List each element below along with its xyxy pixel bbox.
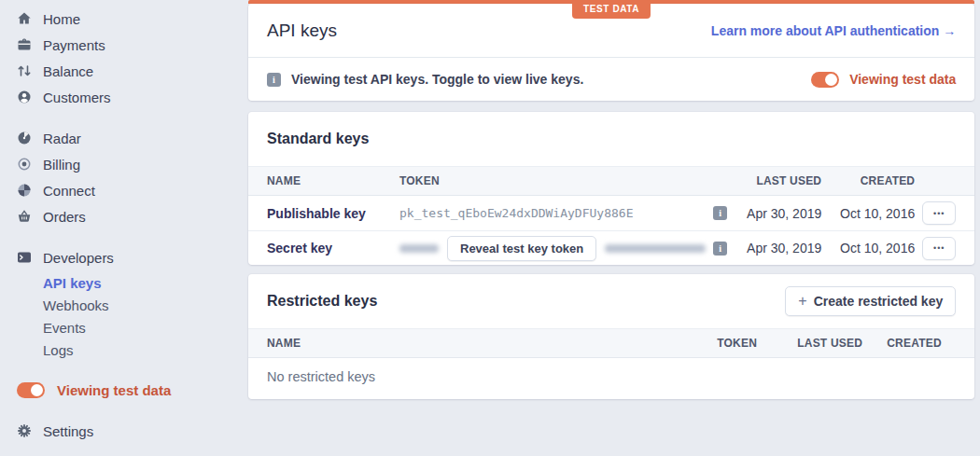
created-date: Oct 10, 2016 [829,206,915,221]
test-data-toggle-label: Viewing test data [57,382,171,398]
column-header-created: CREATED [887,337,956,350]
learn-more-link[interactable]: Learn more about API authentication → [711,23,956,38]
key-name: Secret key [267,241,392,256]
sidebar-item-events[interactable]: Events [43,317,248,339]
sidebar-item-api-keys[interactable]: API keys [43,272,248,295]
sidebar-item-label: Settings [43,423,93,439]
restricted-keys-card: Restricted keys + Create restricted key … [248,274,974,399]
payments-icon [17,37,32,52]
sidebar-item-label: Radar [43,131,81,146]
create-restricted-key-label: Create restricted key [814,294,944,309]
sidebar-item-label: Billing [43,157,80,173]
column-header-last-used: LAST USED [797,337,879,350]
table-row-publishable-key: Publishable key pk_test_qEboEw24dxDDWiAy… [248,196,974,230]
sidebar-group-main: Home Payments Balance Customers [17,6,248,110]
sidebar-item-label: Connect [43,183,95,199]
gear-icon [17,423,32,438]
sidebar-group-products: Radar Billing Connect Orders [17,125,248,229]
table-row-secret-key: Secret key Reveal test key token i Apr 3… [248,230,974,265]
toggle-knob [825,74,837,86]
sidebar-item-home[interactable]: Home [17,6,248,32]
section-title: Standard keys [267,131,369,147]
empty-state-text: No restricted keys [248,358,974,399]
standard-keys-table-header: NAME TOKEN LAST USED CREATED [248,166,974,196]
sidebar-group-settings: Settings [17,418,248,444]
test-keys-banner: i Viewing test API keys. Toggle to view … [248,58,974,101]
last-used-date: Apr 30, 2019 [737,206,821,221]
row-actions-button[interactable]: ••• [922,237,956,260]
sidebar-item-label: Customers [43,90,111,105]
column-header-name: NAME [267,174,392,187]
orders-icon [17,209,32,224]
column-header-token: TOKEN [717,337,790,350]
sidebar-item-label: Orders [43,209,86,225]
sidebar-item-billing[interactable]: Billing [17,151,248,177]
toggle-knob [31,384,43,396]
customers-icon [17,90,32,104]
balance-icon [17,63,32,78]
column-header-name: NAME [267,337,709,350]
created-date: Oct 10, 2016 [829,241,915,256]
sidebar-item-label: Payments [43,37,105,53]
banner-text: Viewing test API keys. Toggle to view li… [291,72,583,87]
column-header-token: TOKEN [399,174,706,187]
sidebar-item-payments[interactable]: Payments [17,32,248,58]
banner-message: i Viewing test API keys. Toggle to view … [267,72,583,87]
sidebar-group-developers: Developers API keys Webhooks Events Logs [17,244,248,362]
row-actions-button[interactable]: ••• [922,201,956,225]
column-header-created: CREATED [829,174,915,187]
key-name: Publishable key [267,206,392,221]
create-restricted-key-button[interactable]: + Create restricted key [785,286,956,316]
reveal-test-key-button[interactable]: Reveal test key token [447,236,596,261]
developers-icon [17,250,32,265]
restricted-keys-header: Restricted keys + Create restricted key [248,274,974,328]
section-title: Restricted keys [267,293,377,310]
restricted-keys-table-header: NAME TOKEN LAST USED CREATED [248,328,974,358]
sidebar-item-logs[interactable]: Logs [43,339,248,362]
sidebar-item-label: Home [43,11,80,27]
sidebar-item-customers[interactable]: Customers [17,84,248,110]
billing-icon [17,157,32,172]
connect-icon [17,183,32,198]
info-icon: i [713,206,727,220]
sidebar-item-radar[interactable]: Radar [17,125,248,151]
standard-keys-header: Standard keys [248,112,974,166]
developers-subnav: API keys Webhooks Events Logs [43,272,248,362]
sidebar-item-orders[interactable]: Orders [17,203,248,229]
radar-icon [17,131,32,145]
info-icon: i [713,242,727,256]
sidebar-item-webhooks[interactable]: Webhooks [43,295,248,317]
sidebar-item-connect[interactable]: Connect [17,177,248,203]
key-token: pk_test_qEboEw24dxDDWiAyDFUy886E [399,206,706,220]
sidebar-item-label: Balance [43,63,93,79]
home-icon [17,11,32,26]
toggle-switch-icon[interactable] [811,72,839,88]
sidebar-test-data-toggle[interactable]: Viewing test data [17,377,248,403]
toggle-switch-icon[interactable] [17,382,45,398]
blurred-token-segment [399,244,439,253]
column-header-last-used: LAST USED [737,174,821,187]
test-data-badge: TEST DATA [572,0,651,19]
plus-icon: + [798,294,806,309]
sidebar-item-balance[interactable]: Balance [17,58,248,84]
test-data-toggle-label: Viewing test data [849,72,956,87]
page-title: API keys [267,21,337,41]
test-data-toggle[interactable]: Viewing test data [811,72,956,88]
last-used-date: Apr 30, 2019 [737,241,821,256]
sidebar-item-developers[interactable]: Developers [17,244,248,270]
blurred-token-segment [605,244,706,253]
info-icon: i [267,73,281,87]
main-content: TEST DATA API keys Learn more about API … [248,0,974,456]
sidebar-item-settings[interactable]: Settings [17,418,248,444]
sidebar-item-label: Developers [43,250,114,266]
hidden-token-cell: Reveal test key token [399,236,706,261]
sidebar: Home Payments Balance Customers Radar Bi… [0,0,248,456]
standard-keys-card: Standard keys NAME TOKEN LAST USED CREAT… [248,112,974,265]
